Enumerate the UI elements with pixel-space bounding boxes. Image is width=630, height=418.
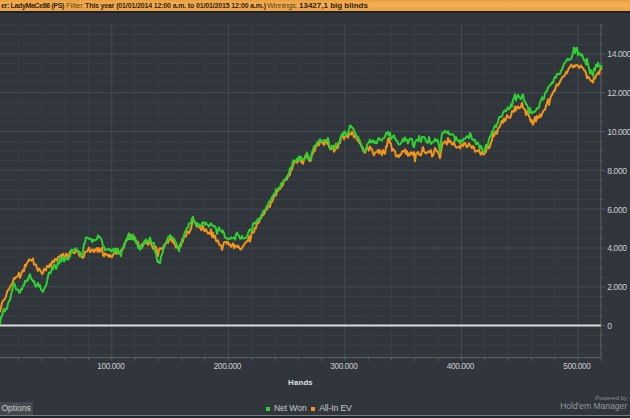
svg-text:300.000: 300.000 <box>330 362 358 371</box>
svg-text:12.000: 12.000 <box>607 88 630 98</box>
svg-text:2.000: 2.000 <box>607 282 627 292</box>
svg-text:10.000: 10.000 <box>607 127 630 137</box>
svg-text:8.000: 8.000 <box>607 166 627 176</box>
svg-text:200.000: 200.000 <box>214 362 242 371</box>
svg-text:4.000: 4.000 <box>607 243 627 253</box>
svg-text:6.000: 6.000 <box>607 205 627 215</box>
svg-text:0: 0 <box>607 321 612 331</box>
svg-text:14.000: 14.000 <box>607 49 630 59</box>
svg-text:100.000: 100.000 <box>97 362 125 371</box>
svg-text:500.000: 500.000 <box>563 362 591 371</box>
svg-text:400.000: 400.000 <box>447 362 475 371</box>
